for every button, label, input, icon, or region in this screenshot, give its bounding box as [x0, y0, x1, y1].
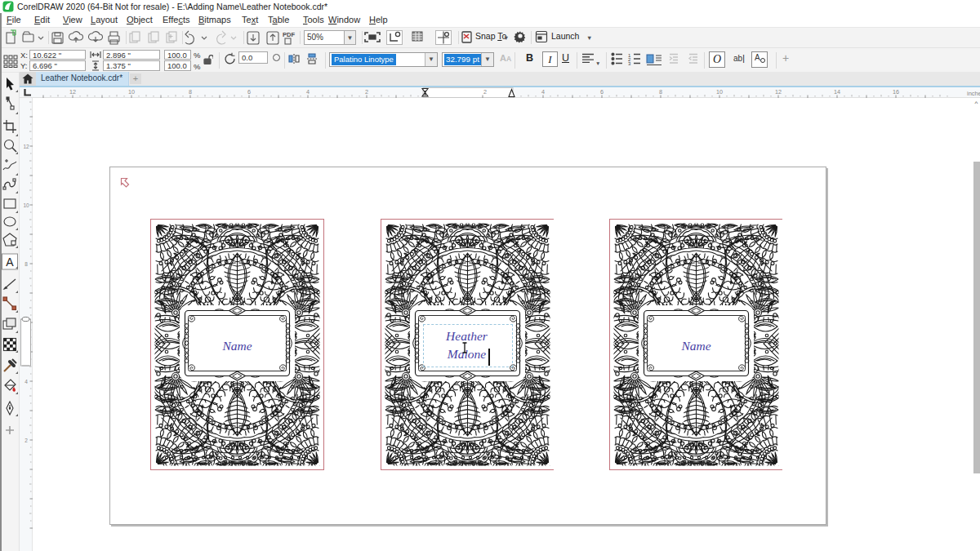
- svg-text:10: 10: [128, 88, 135, 96]
- svg-text:2: 2: [24, 438, 28, 443]
- svg-text:8: 8: [189, 88, 192, 96]
- svg-text:4: 4: [24, 379, 28, 384]
- svg-text:10: 10: [23, 202, 29, 208]
- svg-text:16: 16: [893, 88, 899, 96]
- svg-text:3: 3: [628, 61, 631, 65]
- svg-text:12: 12: [775, 88, 782, 96]
- svg-text:14: 14: [834, 88, 840, 96]
- svg-text:8: 8: [659, 88, 662, 96]
- svg-text:4: 4: [306, 88, 310, 96]
- svg-text:6: 6: [600, 88, 604, 96]
- svg-text:10: 10: [716, 88, 723, 96]
- svg-text:12: 12: [69, 88, 76, 96]
- svg-text:8: 8: [24, 261, 28, 267]
- svg-text:PDF: PDF: [283, 31, 295, 38]
- svg-text:12: 12: [23, 144, 29, 149]
- svg-text:4: 4: [541, 88, 545, 96]
- svg-text:2: 2: [365, 88, 368, 96]
- svg-text:A: A: [6, 256, 14, 269]
- svg-text:6: 6: [247, 88, 251, 96]
- svg-text:2: 2: [483, 88, 487, 96]
